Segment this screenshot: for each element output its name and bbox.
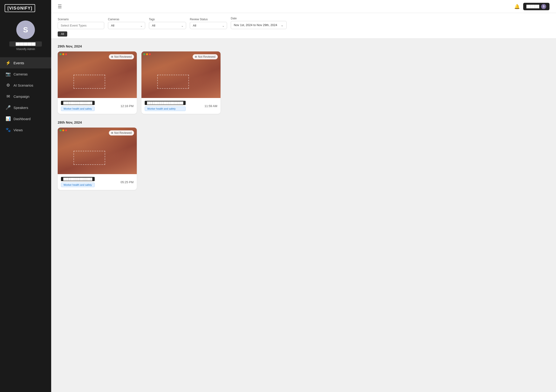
cards-row-1: Not Reviewed ████████████████ Worker hea…: [58, 128, 549, 190]
dot-orange: [62, 53, 64, 55]
sidebar-item-cameras-label: Cameras: [14, 72, 28, 76]
avatar: S: [16, 21, 35, 39]
event-card-0-1[interactable]: Not Reviewed ████████████████████ Worker…: [141, 51, 221, 114]
date-section-0: 29th Nov, 2024 Not Reviewed: [58, 44, 549, 114]
not-reviewed-badge: Not Reviewed: [193, 54, 218, 59]
content-area: 29th Nov, 2024 Not Reviewed: [51, 39, 556, 392]
date-filter[interactable]: Nov 1st, 2024 to Nov 29th, 2024 ⌄: [231, 21, 287, 29]
date-label: Date: [231, 17, 287, 20]
card-time: 05:25 PM: [121, 180, 133, 184]
logo: [VIS⊙NIFY]: [5, 4, 35, 12]
sidebar: [VIS⊙NIFY] S ██████████ Visionify Admin …: [0, 0, 51, 392]
dot-orange: [62, 129, 64, 131]
card-footer-left: ████████████████████ Worker health and s…: [145, 101, 186, 111]
scenario-tag: Worker health and safety: [145, 106, 186, 111]
review-status-select[interactable]: All: [190, 22, 227, 29]
views-icon: 🐾: [6, 127, 11, 133]
date-filter-group: Date Nov 1st, 2024 to Nov 29th, 2024 ⌄: [231, 17, 287, 29]
sidebar-item-ai-scenarios-label: AI Scenarios: [14, 83, 33, 87]
topbar-left: ☰: [58, 4, 62, 9]
tags-select-wrap: All: [149, 22, 186, 29]
dot-red: [65, 53, 67, 55]
card-camera-bar: ████████████████: [61, 101, 95, 105]
sidebar-item-views[interactable]: 🐾 Views: [0, 124, 51, 135]
sidebar-item-cameras[interactable]: 📷 Cameras: [0, 68, 51, 80]
badge-dot-icon: [195, 56, 197, 58]
card-footer: ████████████████ Worker health and safet…: [58, 174, 137, 190]
badge-dot-icon: [111, 132, 113, 134]
cameras-icon: 📷: [6, 71, 11, 77]
filter-tags-row: All: [58, 31, 549, 37]
card-image-wrap: Not Reviewed: [141, 51, 221, 98]
date-filter-chevron-icon: ⌄: [281, 23, 284, 27]
scenario-input[interactable]: [58, 22, 104, 29]
speakers-icon: 🎤: [6, 105, 11, 110]
sidebar-item-campaign[interactable]: ✉ Campaign: [0, 91, 51, 102]
date-section-1: 28th Nov, 2024 Not Reviewed: [58, 120, 549, 190]
cam-dots: [60, 129, 67, 131]
campaign-icon: ✉: [6, 94, 11, 99]
card-image-wrap: Not Reviewed: [58, 51, 137, 98]
date-heading-0: 29th Nov, 2024: [58, 44, 549, 48]
sidebar-item-views-label: Views: [14, 128, 23, 132]
cam-outline-box: [74, 151, 105, 165]
cam-outline-box: [157, 75, 189, 89]
filters-row: Scenario Cameras All Tags All: [58, 17, 549, 29]
review-status-text: Not Reviewed: [114, 131, 132, 134]
review-status-filter-group: Review Status All: [190, 18, 227, 29]
card-image-wrap: Not Reviewed: [58, 128, 137, 174]
cam-dots: [143, 53, 151, 55]
review-status-label: Review Status: [190, 18, 227, 21]
card-footer-left: ████████████████ Worker health and safet…: [61, 177, 95, 187]
cameras-select-wrap: All: [108, 22, 145, 29]
event-card-0-0[interactable]: Not Reviewed ████████████████ Worker hea…: [58, 51, 137, 114]
card-footer: ████████████████████ Worker health and s…: [141, 98, 221, 114]
user-profile-section: S ██████████ Visionify Admin: [0, 16, 51, 55]
not-reviewed-badge: Not Reviewed: [109, 130, 134, 135]
scenario-tag: Worker health and safety: [61, 106, 95, 111]
filters-bar: Scenario Cameras All Tags All: [51, 13, 556, 39]
dot-orange: [146, 53, 148, 55]
scenario-label: Scenario: [58, 18, 104, 21]
card-footer: ████████████████ Worker health and safet…: [58, 98, 137, 114]
card-camera-bar: ████████████████████: [145, 101, 186, 105]
topbar: ☰ 🔔 ██████ S: [51, 0, 556, 13]
card-footer-left: ████████████████ Worker health and safet…: [61, 101, 95, 111]
sidebar-nav: ⚡ Events 📷 Cameras ⚙ AI Scenarios ✉ Camp…: [0, 57, 51, 135]
ai-scenarios-icon: ⚙: [6, 83, 11, 88]
sidebar-item-ai-scenarios[interactable]: ⚙ AI Scenarios: [0, 80, 51, 91]
dot-red: [149, 53, 151, 55]
card-camera-bar: ████████████████: [61, 177, 95, 181]
card-time: 12:16 PM: [121, 104, 133, 108]
topbar-right: 🔔 ██████ S: [514, 3, 549, 10]
hamburger-icon[interactable]: ☰: [58, 4, 62, 9]
review-status-select-wrap: All: [190, 22, 227, 29]
tags-select[interactable]: All: [149, 22, 186, 29]
username-bar: ██████████: [9, 41, 42, 47]
user-badge[interactable]: ██████ S: [523, 3, 549, 10]
event-card-1-0[interactable]: Not Reviewed ████████████████ Worker hea…: [58, 128, 137, 190]
tags-filter-group: Tags All: [149, 18, 186, 29]
dot-red: [65, 129, 67, 131]
user-badge-label: ██████: [526, 5, 539, 8]
sidebar-item-events[interactable]: ⚡ Events: [0, 57, 51, 68]
badge-dot-icon: [111, 56, 113, 58]
sidebar-item-speakers-label: Speakers: [14, 106, 28, 110]
sidebar-item-campaign-label: Campaign: [14, 94, 29, 98]
filter-tag-all[interactable]: All: [58, 31, 67, 37]
cam-dots: [60, 53, 67, 55]
sidebar-item-dashboard[interactable]: 📊 Dashboard: [0, 113, 51, 124]
sidebar-item-dashboard-label: Dashboard: [14, 117, 31, 121]
cam-outline-box: [74, 75, 105, 89]
sidebar-item-speakers[interactable]: 🎤 Speakers: [0, 102, 51, 113]
review-status-text: Not Reviewed: [198, 55, 216, 58]
tags-label: Tags: [149, 18, 186, 21]
scenario-filter-group: Scenario: [58, 18, 104, 29]
bell-icon[interactable]: 🔔: [514, 4, 520, 9]
cameras-filter-group: Cameras All: [108, 18, 145, 29]
cards-row-0: Not Reviewed ████████████████ Worker hea…: [58, 51, 549, 114]
cameras-select[interactable]: All: [108, 22, 145, 29]
cameras-label: Cameras: [108, 18, 145, 21]
not-reviewed-badge: Not Reviewed: [109, 54, 134, 59]
main-content: ☰ 🔔 ██████ S Scenario Cameras All: [51, 0, 556, 392]
